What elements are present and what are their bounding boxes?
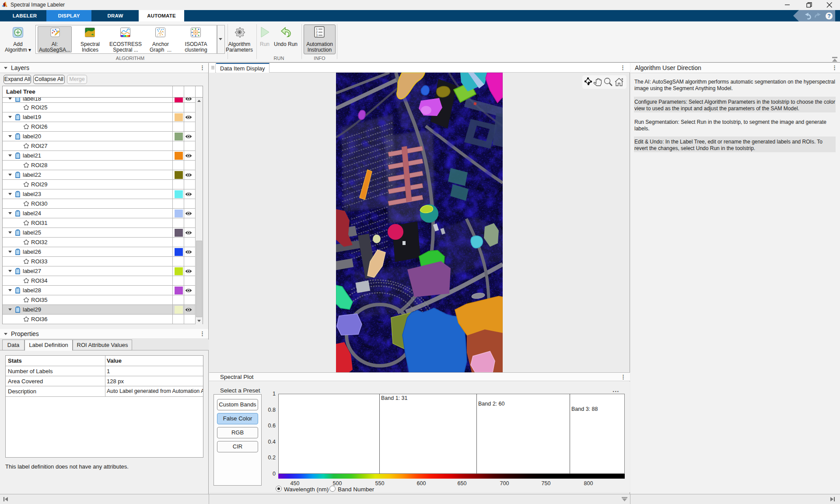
svg-text:?: ? <box>827 13 830 19</box>
svg-text:3: 3 <box>316 34 318 37</box>
svg-text:1: 1 <box>316 28 318 31</box>
svg-text:2: 2 <box>316 31 318 34</box>
